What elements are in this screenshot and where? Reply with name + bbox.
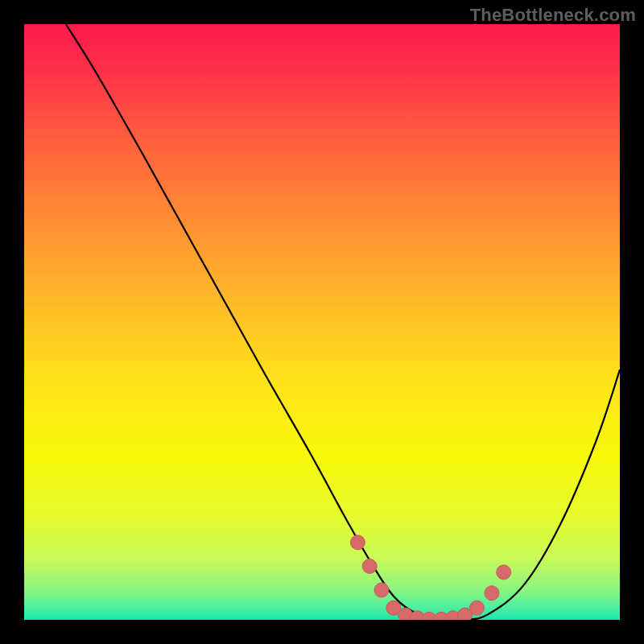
heat-gradient — [24, 24, 620, 620]
chart-stage: TheBottleneck.com — [0, 0, 644, 644]
svg-rect-0 — [24, 24, 620, 620]
plot-area — [24, 24, 620, 620]
watermark-text: TheBottleneck.com — [470, 5, 636, 26]
